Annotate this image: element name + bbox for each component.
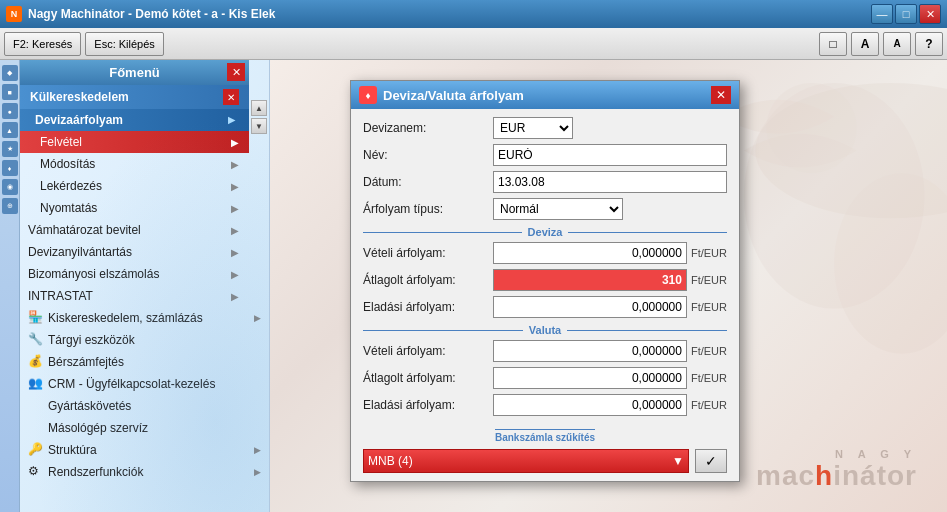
confirm-button[interactable]: ✓ <box>695 449 727 473</box>
nav-arrow-up[interactable]: ▲ <box>251 100 267 116</box>
sidebar-item-tárgyi[interactable]: 🔧 Tárgyi eszközök <box>20 329 269 351</box>
sidebar-item-másológép[interactable]: Másológép szervíz <box>20 417 269 439</box>
submenu-devizaarfolyam[interactable]: Devizaárfolyam ▶ <box>20 109 249 131</box>
toolbar: F2: Keresés Esc: Kilépés □ A A ? <box>0 28 947 60</box>
menu-item-vámhatározat[interactable]: Vámhatározat bevitel ▶ <box>20 219 249 241</box>
gyártás-icon <box>28 398 44 414</box>
dialog-title-text: Deviza/Valuta árfolyam <box>383 88 524 103</box>
watermark: N A G Y machinátor <box>756 448 917 492</box>
main-menu-header: Főmenü ✕ <box>20 60 249 85</box>
menu-item-lekérdezés[interactable]: Lekérdezés ▶ <box>20 175 249 197</box>
menu-item-bizományosi[interactable]: Bizományosi elszámolás ▶ <box>20 263 249 285</box>
nev-label: Név: <box>363 148 493 162</box>
sidebar-item-kiskereskedelem[interactable]: 🏪 Kiskereskedelem, számlázás ▶ <box>20 307 269 329</box>
watermark-machinator: machinátor <box>756 460 917 492</box>
window-icon-btn[interactable]: □ <box>819 32 847 56</box>
side-icon-2: ■ <box>2 84 18 100</box>
svg-point-3 <box>834 173 947 354</box>
sidebar: ◆ ■ ● ▲ ★ ♦ ◉ ⊕ Főmenü ✕ Külkereskedelem… <box>0 60 270 512</box>
window-controls: — □ ✕ <box>871 4 941 24</box>
watermark-mac: mac <box>756 460 815 491</box>
watermark-h: h <box>815 460 833 491</box>
dialog-icon: ♦ <box>359 86 377 104</box>
devizanem-select[interactable]: EUR USD GBP <box>493 117 573 139</box>
sidebar-item-crm[interactable]: 👥 CRM - Ügyfélkapcsolat-kezelés <box>20 373 269 395</box>
help-button[interactable]: ? <box>915 32 943 56</box>
datum-row: Dátum: <box>363 171 727 193</box>
watermark-inator: inátor <box>833 460 917 491</box>
valuta-atlagolt-unit: Ft/EUR <box>691 372 727 384</box>
exit-button[interactable]: Esc: Kilépés <box>85 32 164 56</box>
menu-item-módosítás[interactable]: Módosítás ▶ <box>20 153 249 175</box>
search-button[interactable]: F2: Keresés <box>4 32 81 56</box>
minimize-button[interactable]: — <box>871 4 893 24</box>
rendszer-icon: ⚙ <box>28 464 44 480</box>
nev-input[interactable] <box>493 144 727 166</box>
deviza-veteli-input[interactable] <box>493 242 687 264</box>
devizanem-row: Devizanem: EUR USD GBP <box>363 117 727 139</box>
nav-arrow-down[interactable]: ▼ <box>251 118 267 134</box>
svg-point-1 <box>744 83 925 309</box>
deviza-atlagolt-input[interactable] <box>493 269 687 291</box>
valuta-eladasi-label: Eladási árfolyam: <box>363 398 493 412</box>
dialog-body: Devizanem: EUR USD GBP Név: Dátum: <box>351 109 739 429</box>
datum-input[interactable] <box>493 171 727 193</box>
arfolyam-tipus-select[interactable]: Normál Egyéb <box>493 198 623 220</box>
másológép-icon <box>28 420 44 436</box>
title-bar: N Nagy Machinátor - Demó kötet - a - Kis… <box>0 0 947 28</box>
dropdown-arrow-icon: ▼ <box>672 454 684 468</box>
deviza-veteli-unit: Ft/EUR <box>691 247 727 259</box>
menu-item-nyomtatás[interactable]: Nyomtatás ▶ <box>20 197 249 219</box>
valuta-eladasi-unit: Ft/EUR <box>691 399 727 411</box>
dialog-title-bar: ♦ Deviza/Valuta árfolyam ✕ <box>351 81 739 109</box>
deviza-eladasi-unit: Ft/EUR <box>691 301 727 313</box>
deviza-eladasi-label: Eladási árfolyam: <box>363 300 493 314</box>
deviza-atlagolt-row: Átlagolt árfolyam: Ft/EUR <box>363 269 727 291</box>
side-icon-3: ● <box>2 103 18 119</box>
window-title: Nagy Machinátor - Demó kötet - a - Kis E… <box>28 7 865 21</box>
bank-select[interactable]: MNB (4) ▼ <box>363 449 689 473</box>
font-large-btn[interactable]: A <box>851 32 879 56</box>
bér-icon: 💰 <box>28 354 44 370</box>
menu-item-intrastat[interactable]: INTRASTAT ▶ <box>20 285 249 307</box>
valuta-veteli-input[interactable] <box>493 340 687 362</box>
valuta-atlagolt-input[interactable] <box>493 367 687 389</box>
deviza-atlagolt-label: Átlagolt árfolyam: <box>363 273 493 287</box>
font-small-btn[interactable]: A <box>883 32 911 56</box>
svg-point-2 <box>766 83 856 173</box>
valuta-veteli-unit: Ft/EUR <box>691 345 727 357</box>
submenu-kulkereskedelem[interactable]: Külkereskedelem ✕ <box>20 85 249 109</box>
sidebar-item-gyártás[interactable]: Gyártáskövetés <box>20 395 269 417</box>
main-sidebar-items: 🏪 Kiskereskedelem, számlázás ▶ 🔧 Tárgyi … <box>20 307 269 483</box>
menu-item-felvétel[interactable]: Felvétel ▶ <box>20 131 249 153</box>
arfolyam-tipus-label: Árfolyam típus: <box>363 202 493 216</box>
menu-items: Felvétel ▶ Módosítás ▶ Lekérdezés ▶ Nyom… <box>20 131 249 219</box>
arfolyam-tipus-row: Árfolyam típus: Normál Egyéb <box>363 198 727 220</box>
sidebar-item-bérszámfejtés[interactable]: 💰 Bérszámfejtés <box>20 351 269 373</box>
valuta-eladasi-input[interactable] <box>493 394 687 416</box>
valuta-atlagolt-row: Átlagolt árfolyam: Ft/EUR <box>363 367 727 389</box>
deviza-eladasi-input[interactable] <box>493 296 687 318</box>
sidebar-item-struktúra[interactable]: 🔑 Struktúra ▶ <box>20 439 269 461</box>
deviza-veteli-row: Vételi árfolyam: Ft/EUR <box>363 242 727 264</box>
side-icons: ◆ ■ ● ▲ ★ ♦ ◉ ⊕ <box>0 60 20 512</box>
datum-label: Dátum: <box>363 175 493 189</box>
close-button[interactable]: ✕ <box>919 4 941 24</box>
main-menu-close[interactable]: ✕ <box>227 63 245 81</box>
valuta-eladasi-row: Eladási árfolyam: Ft/EUR <box>363 394 727 416</box>
menu-item-devizanyilvántartás[interactable]: Devizanyilvántartás ▶ <box>20 241 249 263</box>
struktúra-icon: 🔑 <box>28 442 44 458</box>
sidebar-item-rendszer[interactable]: ⚙ Rendszerfunkciók ▶ <box>20 461 269 483</box>
maximize-button[interactable]: □ <box>895 4 917 24</box>
dialog-deviza: ♦ Deviza/Valuta árfolyam ✕ Devizanem: EU… <box>350 80 740 482</box>
content-area: N A G Y machinátor ♦ Deviza/Valuta árfol… <box>270 60 947 512</box>
submenu1-close[interactable]: ✕ <box>223 89 239 105</box>
nev-row: Név: <box>363 144 727 166</box>
side-icon-6: ♦ <box>2 160 18 176</box>
dialog-bottom: MNB (4) ▼ ✓ <box>351 445 739 481</box>
side-icon-7: ◉ <box>2 179 18 195</box>
dialog-close-button[interactable]: ✕ <box>711 86 731 104</box>
valuta-veteli-label: Vételi árfolyam: <box>363 344 493 358</box>
crm-icon: 👥 <box>28 376 44 392</box>
app-icon: N <box>6 6 22 22</box>
